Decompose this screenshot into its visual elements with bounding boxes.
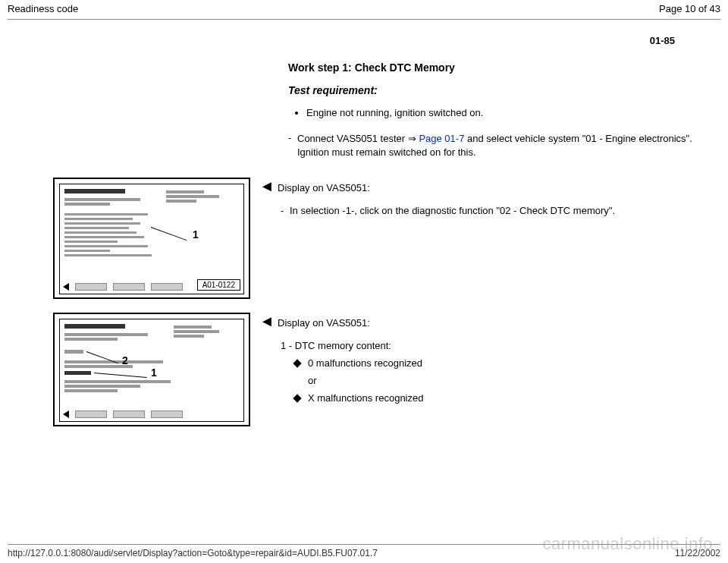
page-link[interactable]: Page 01-7	[419, 133, 464, 144]
footer-date: 11/22/2002	[675, 548, 720, 558]
vas5051-screenshot-1: 1 A01-0122	[53, 178, 250, 299]
dash-marker: -	[288, 132, 297, 159]
callout-1: 1	[151, 366, 157, 379]
x-malfunctions-text: X malfunctions recognized	[308, 392, 423, 404]
scroll-left-icon	[63, 283, 69, 291]
scroll-button	[113, 410, 145, 418]
or-text: or	[308, 375, 698, 386]
dash-marker: -	[281, 204, 290, 218]
connect-pre: Connect VAS5051 tester	[297, 133, 408, 144]
display-label: Display on VAS5051:	[278, 317, 370, 329]
display-label: Display on VAS5051:	[278, 182, 370, 193]
requirement-bullet: Engine not running, ignition switched on…	[306, 107, 698, 118]
header-title: Readiness code	[8, 3, 78, 14]
work-step-heading: Work step 1: Check DTC Memory	[288, 61, 698, 74]
link-arrow-icon: ⇒	[408, 133, 416, 144]
zero-malfunctions-text: 0 malfunctions recognized	[308, 357, 422, 369]
connect-instruction: Connect VAS5051 tester ⇒ Page 01-7 and s…	[297, 132, 698, 159]
scroll-left-icon	[63, 410, 69, 418]
footer-url: http://127.0.0.1:8080/audi/servlet/Displ…	[8, 548, 378, 558]
section-code: 01-85	[30, 35, 698, 46]
header-divider	[8, 19, 720, 20]
scroll-button	[75, 410, 107, 418]
callout-2: 2	[122, 354, 128, 366]
figure-ref: A01-0122	[197, 279, 240, 291]
vas5051-screenshot-2: 2 1	[53, 313, 250, 426]
left-arrow-icon: ◄	[259, 313, 278, 330]
callout-1: 1	[193, 228, 199, 241]
scroll-button	[151, 283, 183, 291]
diamond-bullet-icon	[293, 394, 301, 402]
scroll-button	[75, 283, 107, 291]
diamond-bullet-icon	[293, 359, 301, 367]
scroll-button	[113, 283, 145, 291]
scroll-button	[151, 410, 183, 418]
dtc-memory-content-label: 1 - DTC memory content:	[281, 339, 391, 353]
header-pagination: Page 10 of 43	[659, 3, 720, 14]
left-arrow-icon: ◄	[259, 178, 278, 195]
instruction-text: In selection -1-, click on the diagnosti…	[290, 204, 615, 218]
test-requirement-label: Test requirement:	[288, 84, 698, 96]
